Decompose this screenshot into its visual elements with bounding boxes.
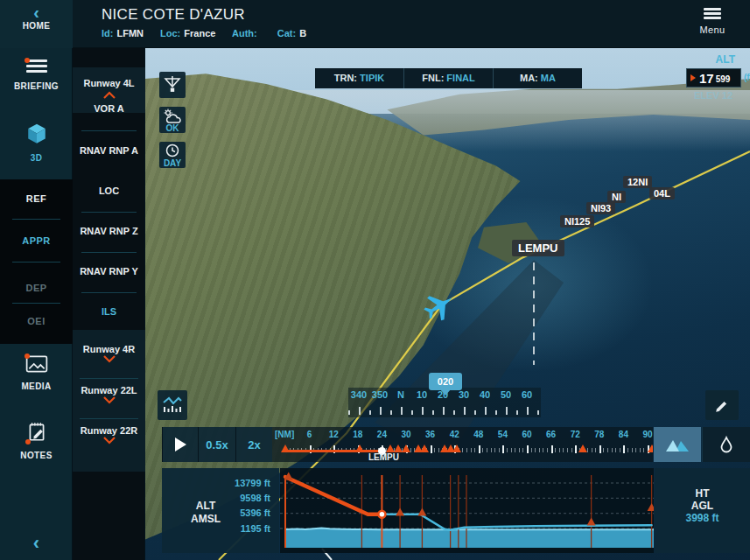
water-toggle-button[interactable] (702, 427, 750, 462)
timeline-waypoint-marker (452, 444, 461, 452)
timeline-tick (539, 448, 540, 452)
vor-overlay-button[interactable] (159, 72, 186, 98)
sidebar-item-ref[interactable]: REF (0, 193, 73, 204)
segment-fnl[interactable]: FNL: FINAL (404, 68, 494, 88)
media-icon (25, 354, 48, 377)
pencil-icon (713, 396, 731, 414)
timeline-tick (615, 448, 616, 452)
sidebar-item-dep[interactable]: DEP (0, 283, 73, 293)
menu-icon (704, 8, 721, 19)
y-tick: 9598 ft (209, 493, 270, 503)
timeline-tick (620, 448, 620, 452)
timeline-tick (431, 445, 432, 453)
compass-tick (411, 410, 413, 415)
profile-chart-toggle-button[interactable] (158, 390, 187, 420)
header: NICE COTE D'AZUR Id:LFMN Loc:France Auth… (73, 0, 750, 48)
collapsed-runways: Runway 4R Runway 22L Runway 22R (73, 330, 145, 472)
weather-button[interactable]: OK (159, 107, 186, 133)
timeline-tick (559, 448, 560, 452)
annotate-button[interactable] (705, 390, 739, 420)
timeline-tick (471, 448, 472, 452)
segment-trn[interactable]: TRN: TIPIK (315, 68, 404, 88)
runway-4r-section[interactable]: Runway 4R (73, 344, 145, 363)
timeline-tick (494, 448, 495, 452)
compass-tick (516, 410, 518, 415)
water-drop-icon (718, 436, 734, 453)
daylight-button[interactable]: DAY (159, 142, 186, 168)
terrain-toggle-button[interactable] (654, 427, 701, 462)
sidebar-item-briefing[interactable]: BRIEFING (0, 60, 73, 91)
timeline-tick (571, 448, 572, 452)
timeline-tick (527, 445, 529, 453)
timeline-tick-label: 60 (516, 430, 537, 439)
compass-tick (380, 407, 382, 415)
altitude-readout[interactable]: 17 599 (686, 68, 741, 88)
timeline-tick (543, 448, 543, 452)
timeline-tick-label: 72 (564, 430, 585, 439)
sidebar-item-media[interactable]: MEDIA (0, 354, 73, 391)
procedure-rnav-rnp-z[interactable]: RNAV RNP Z (73, 226, 145, 236)
cube-3d-icon (25, 122, 48, 145)
runway-22l-section[interactable]: Runway 22L (73, 385, 145, 404)
chevron-up-icon (102, 91, 116, 99)
runway-22r-section[interactable]: Runway 22R (73, 425, 145, 444)
compass-tick (527, 407, 529, 415)
clock-icon (164, 143, 181, 160)
procedure-segment-bar: TRN: TIPIK FNL: FINAL MA: MA (315, 68, 582, 88)
home-label: HOME (0, 21, 73, 31)
timeline-unit: [NM] (275, 430, 294, 439)
field-elevation: ELEV 12 (683, 90, 744, 101)
timeline-tick-label: 90 (637, 430, 653, 439)
timeline-tick (567, 448, 568, 452)
vertical-profile-chart[interactable] (280, 468, 654, 553)
compass-tick (464, 407, 466, 415)
chart-icon (162, 396, 183, 414)
sidebar-item-oei[interactable]: OEI (0, 316, 73, 326)
timeline-tick (592, 448, 592, 452)
menu-button[interactable]: Menu (692, 7, 732, 35)
procedure-loc[interactable]: LOC (73, 186, 145, 196)
profile-position-marker (378, 511, 385, 518)
timeline-tick (632, 448, 633, 452)
y-tick: 13799 ft (209, 478, 270, 488)
procedure-vor-a[interactable]: VOR A (73, 103, 145, 114)
timeline-tick (491, 448, 492, 452)
timeline-tick-label: 36 (420, 430, 441, 439)
briefing-icon (26, 60, 47, 74)
timeline-tick-label: 42 (444, 430, 465, 439)
timeline-tick (643, 448, 644, 452)
timeline-tick (551, 445, 553, 453)
procedure-rnav-rnp-y[interactable]: RNAV RNP Y (73, 266, 145, 276)
sidebar-item-appr[interactable]: APPR (0, 235, 73, 246)
compass-tick (359, 407, 361, 415)
timeline-waypoint-marker (420, 444, 429, 452)
timeline-tick (535, 448, 536, 452)
sidebar-item-home[interactable]: ‹ HOME (0, 0, 73, 48)
sidebar-item-notes[interactable]: NOTES (0, 420, 73, 460)
y-tick: 5396 ft (209, 508, 270, 518)
profile-waypoint-marker (417, 508, 426, 515)
main-sidebar: ‹ HOME BRIEFING 3D REF APPR DEP OEI (0, 0, 73, 560)
play-button[interactable] (162, 427, 198, 462)
compass-tick (432, 410, 434, 415)
procedure-rnav-rnp-a[interactable]: RNAV RNP A (73, 145, 145, 156)
compass-tick (453, 410, 455, 415)
distance-timeline[interactable]: [NM]61218243036424854606672788490LEMPU (272, 427, 653, 462)
mountains-icon (665, 437, 690, 452)
sidebar-item-3d[interactable]: 3D (0, 122, 73, 163)
segment-ma[interactable]: MA: MA (494, 68, 582, 88)
altitude-unit: (ft) (744, 73, 750, 82)
timeline-tick (502, 445, 504, 453)
timeline-tick (603, 448, 604, 452)
procedure-ils[interactable]: ILS (73, 306, 145, 317)
profile-left-axis: ALT AMSL 13799 ft 9598 ft 5396 ft 1195 f… (162, 468, 279, 553)
compass-tick (422, 407, 424, 415)
timeline-tick-label: 12 (323, 430, 344, 439)
timeline-tick-label: 84 (613, 430, 634, 439)
speed-half-button[interactable]: 0.5x (198, 427, 235, 462)
speed-double-button[interactable]: 2x (235, 427, 272, 462)
timeline-tick (627, 448, 628, 452)
compass-tick (443, 407, 445, 415)
timeline-waypoint-marker (281, 444, 290, 452)
sidebar-collapse-button[interactable]: ‹ (0, 532, 73, 555)
